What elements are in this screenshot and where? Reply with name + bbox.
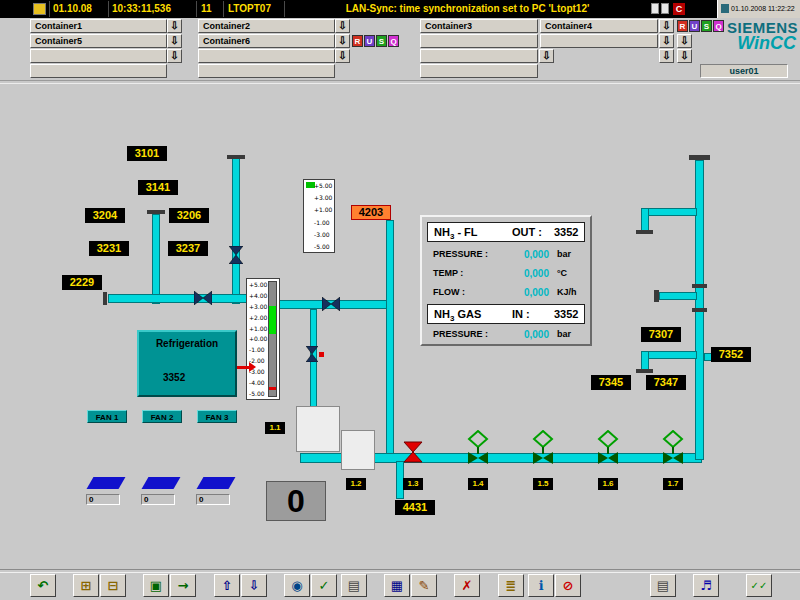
- scale-tick: +5.00: [314, 182, 332, 189]
- toolbar-picture-new-button[interactable]: ⊞: [73, 574, 99, 597]
- header-slot-button[interactable]: [30, 64, 167, 78]
- container3-button[interactable]: Container3: [420, 19, 538, 33]
- toolbar-picture-forward-button[interactable]: →: [170, 574, 196, 597]
- tag-7345[interactable]: 7345: [591, 375, 631, 390]
- status-r-icon[interactable]: R: [677, 20, 688, 32]
- toolbar-info-button[interactable]: ℹ: [528, 574, 554, 597]
- fan2-button[interactable]: FAN 2: [142, 410, 182, 423]
- scale-tick: +0.00: [249, 335, 267, 342]
- status-u-icon[interactable]: U: [364, 35, 375, 47]
- level-scale-big: +5.00 +4.00 +3.00 +2.00 +1.00 +0.00 -1.0…: [246, 278, 280, 400]
- status-s-icon[interactable]: S: [376, 35, 387, 47]
- container4-dropdown-icon[interactable]: ⇩: [659, 19, 674, 33]
- toolbar-accept-button[interactable]: ✓: [311, 574, 337, 597]
- slot-dropdown-icon[interactable]: ⇩: [167, 49, 182, 63]
- toolbar-back-button[interactable]: ↶: [30, 574, 56, 597]
- temp-row: TEMP : 0,000 °C: [427, 266, 585, 281]
- toolbar-cancel-button[interactable]: ✗: [454, 574, 480, 597]
- tag-2229[interactable]: 2229: [62, 275, 102, 290]
- container2-dropdown-icon[interactable]: ⇩: [335, 19, 350, 33]
- header-slot-button[interactable]: [198, 49, 335, 63]
- tag-7347[interactable]: 7347: [646, 375, 686, 390]
- header-slot-button[interactable]: [420, 64, 538, 78]
- pressure-row: PRESSURE : 0,000 bar: [427, 327, 585, 342]
- container1-dropdown-icon[interactable]: ⇩: [167, 19, 182, 33]
- tag-3206[interactable]: 3206: [169, 208, 209, 223]
- slot-dropdown-icon[interactable]: ⇩: [659, 49, 674, 63]
- status-s-icon[interactable]: S: [701, 20, 712, 32]
- pipe-segment: [641, 208, 697, 216]
- shutoff-valve-icon[interactable]: [322, 297, 340, 311]
- container1-button[interactable]: Container1: [30, 19, 167, 33]
- toolbar-picture-select-button[interactable]: ▣: [143, 574, 169, 597]
- safety-valve-red-icon[interactable]: [403, 441, 423, 463]
- counter-display: 0: [86, 494, 120, 505]
- toolbar-report-button[interactable]: ▤: [341, 574, 367, 597]
- slot-dropdown-icon[interactable]: ⇩: [659, 34, 674, 48]
- line-label-1-6: 1.6: [598, 478, 618, 490]
- level-scale-small: +5.00 +3.00 +1.00 -1.00 -3.00 -5.00: [303, 179, 335, 253]
- slot-dropdown-icon[interactable]: ⇩: [539, 49, 554, 63]
- status-u-icon[interactable]: U: [689, 20, 700, 32]
- toolbar-page-down-button[interactable]: ⇩: [241, 574, 267, 597]
- toolbar-divider: [0, 569, 800, 573]
- toolbar-audio-button[interactable]: ♬: [693, 574, 719, 597]
- container6-dropdown-icon[interactable]: ⇩: [335, 34, 350, 48]
- container4-button[interactable]: Container4: [540, 19, 658, 33]
- tag-3141[interactable]: 3141: [138, 180, 178, 195]
- nh3-gas-title2: GAS: [454, 308, 481, 320]
- container5-button[interactable]: Container5: [30, 34, 167, 48]
- shutoff-valve-icon[interactable]: [194, 291, 212, 305]
- status-r-icon[interactable]: R: [352, 35, 363, 47]
- toolbar-zoom-button[interactable]: ◉: [284, 574, 310, 597]
- refrigeration-unit[interactable]: Refrigeration 3352: [137, 330, 237, 397]
- toolbar-picture-open-button[interactable]: ⊟: [100, 574, 126, 597]
- tag-7352[interactable]: 7352: [711, 347, 751, 362]
- pipe-segment: [152, 214, 160, 304]
- tag-3231[interactable]: 3231: [89, 241, 129, 256]
- toolbar-acknowledge-all-button[interactable]: ✓✓: [746, 574, 772, 597]
- nh3-gas-title: NH: [434, 308, 450, 320]
- pipe-segment: [641, 351, 697, 359]
- tag-3237[interactable]: 3237: [168, 241, 208, 256]
- refrigeration-title: Refrigeration: [139, 338, 235, 349]
- toolbar-print-button[interactable]: ▤: [650, 574, 676, 597]
- header-slot-button[interactable]: [30, 49, 167, 63]
- header-slot-button[interactable]: [420, 34, 538, 48]
- container2-button[interactable]: Container2: [198, 19, 335, 33]
- toolbar-page-up-button[interactable]: ⇧: [214, 574, 240, 597]
- header-slot-button[interactable]: [420, 49, 538, 63]
- container6-button[interactable]: Container6: [198, 34, 335, 48]
- nh3-fl-header: NH3 - FL OUT : 3352: [427, 222, 585, 242]
- toolbar-save-button[interactable]: ▦: [384, 574, 410, 597]
- shutoff-valve-icon[interactable]: [306, 346, 318, 362]
- status-q-icon[interactable]: Q: [388, 35, 399, 47]
- shutoff-valve-icon[interactable]: [229, 246, 243, 264]
- toolbar-edit-button[interactable]: ✎: [411, 574, 437, 597]
- tag-3101[interactable]: 3101: [127, 146, 167, 161]
- toolbar-database-button[interactable]: ≣: [498, 574, 524, 597]
- tag-4431[interactable]: 4431: [395, 500, 435, 515]
- control-valve-green-icon[interactable]: [661, 430, 685, 464]
- fan1-button[interactable]: FAN 1: [87, 410, 127, 423]
- toolbar-stop-button[interactable]: ⊘: [555, 574, 581, 597]
- header-slot-button[interactable]: [198, 64, 335, 78]
- pipe-flange: [636, 369, 653, 373]
- fan3-button[interactable]: FAN 3: [197, 410, 237, 423]
- logged-in-user[interactable]: user01: [700, 64, 788, 78]
- slot-dropdown-icon[interactable]: ⇩: [335, 49, 350, 63]
- control-valve-green-icon[interactable]: [466, 430, 490, 464]
- header-slot-button[interactable]: [540, 34, 658, 48]
- slot-dropdown-icon[interactable]: ⇩: [677, 49, 692, 63]
- control-valve-green-icon[interactable]: [531, 430, 555, 464]
- slot-dropdown-icon[interactable]: ⇩: [677, 34, 692, 48]
- pipe-segment: [386, 220, 394, 462]
- tag-7307[interactable]: 7307: [641, 327, 681, 342]
- control-valve-green-icon[interactable]: [596, 430, 620, 464]
- tag-3204[interactable]: 3204: [85, 208, 125, 223]
- tag-4203-alarm[interactable]: 4203: [351, 205, 391, 220]
- tag-number: 3352: [554, 305, 578, 323]
- container5-dropdown-icon[interactable]: ⇩: [167, 34, 182, 48]
- row-value: 0,000: [505, 327, 549, 342]
- line-label-1-4: 1.4: [468, 478, 488, 490]
